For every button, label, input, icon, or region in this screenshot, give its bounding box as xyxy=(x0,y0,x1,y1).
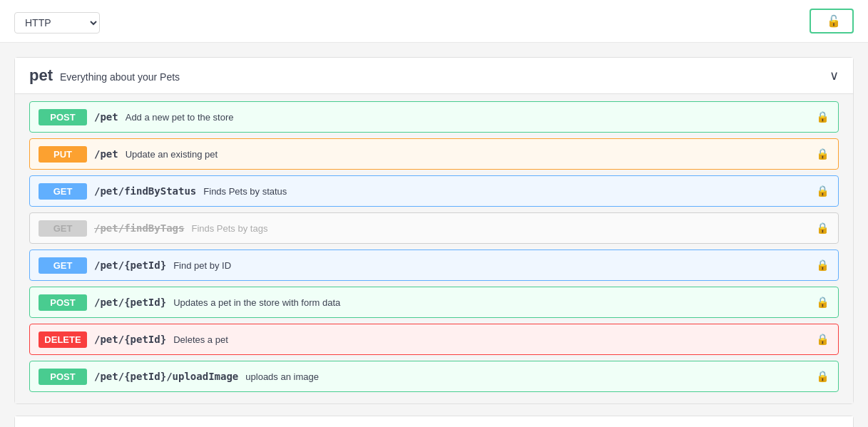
endpoints-list-pet: POST /pet Add a new pet to the store 🔒 P… xyxy=(15,94,853,403)
api-section-pet: pet Everything about your Pets ∨ POST /p… xyxy=(14,57,854,404)
endpoint-lock-icon: 🔒 xyxy=(816,333,829,346)
section-chevron: ∨ xyxy=(829,68,839,83)
endpoint-left: PUT /pet Update an existing pet xyxy=(39,146,810,163)
endpoint-summary: uploads an image xyxy=(245,371,319,382)
method-badge: GET xyxy=(39,183,87,200)
schemes-select[interactable]: HTTP HTTPS xyxy=(14,12,100,34)
endpoint-left: POST /pet Add a new pet to the store xyxy=(39,109,810,125)
endpoint-path: /pet/findByTags xyxy=(94,222,184,234)
endpoint-row[interactable]: GET /pet/findByStatus Finds Pets by stat… xyxy=(29,175,839,207)
endpoint-path: /pet/{petId} xyxy=(94,334,166,345)
endpoint-left: DELETE /pet/{petId} Deletes a pet xyxy=(39,331,810,348)
endpoint-lock-icon: 🔒 xyxy=(816,222,829,235)
main-content: pet Everything about your Pets ∨ POST /p… xyxy=(0,43,868,427)
method-badge: POST xyxy=(39,294,87,311)
section-name: pet xyxy=(29,66,53,85)
endpoint-lock-icon: 🔒 xyxy=(816,296,829,309)
endpoint-left: POST /pet/{petId}/uploadImage uploads an… xyxy=(39,369,810,385)
endpoint-path: /pet xyxy=(94,111,118,123)
endpoint-lock-icon: 🔒 xyxy=(816,259,829,272)
endpoint-row[interactable]: POST /pet Add a new pet to the store 🔒 xyxy=(29,101,839,133)
endpoint-lock-icon: 🔒 xyxy=(816,185,829,197)
endpoint-summary: Deletes a pet xyxy=(173,334,228,345)
endpoint-lock-icon: 🔒 xyxy=(816,110,829,123)
method-badge: GET xyxy=(39,220,87,237)
api-section-store: store Access to Petstore orders ∨ xyxy=(14,416,854,427)
method-badge: DELETE xyxy=(39,331,87,348)
section-header-pet[interactable]: pet Everything about your Pets ∨ xyxy=(15,58,853,94)
endpoint-left: POST /pet/{petId} Updates a pet in the s… xyxy=(39,294,810,311)
endpoint-path: /pet xyxy=(94,148,118,160)
endpoint-summary: Add a new pet to the store xyxy=(126,112,234,123)
section-title-group: pet Everything about your Pets xyxy=(29,66,180,85)
endpoint-path: /pet/{petId} xyxy=(94,297,166,308)
endpoint-row[interactable]: POST /pet/{petId} Updates a pet in the s… xyxy=(29,287,839,318)
endpoint-path: /pet/{petId}/uploadImage xyxy=(94,371,238,382)
endpoint-left: GET /pet/findByStatus Finds Pets by stat… xyxy=(39,183,810,200)
authorize-lock-icon: 🔓 xyxy=(827,14,841,28)
section-description: Everything about your Pets xyxy=(60,71,180,83)
method-badge: GET xyxy=(39,257,87,274)
method-badge: POST xyxy=(39,369,87,385)
endpoint-summary: Finds Pets by tags xyxy=(191,223,267,234)
endpoint-summary: Updates a pet in the store with form dat… xyxy=(173,297,340,308)
endpoint-path: /pet/findByStatus xyxy=(94,185,196,197)
endpoint-row[interactable]: POST /pet/{petId}/uploadImage uploads an… xyxy=(29,361,839,392)
endpoint-row[interactable]: PUT /pet Update an existing pet 🔒 xyxy=(29,138,839,170)
endpoint-lock-icon: 🔒 xyxy=(816,370,829,383)
schemes-section: HTTP HTTPS xyxy=(14,9,100,34)
authorize-button[interactable]: 🔓 xyxy=(810,9,854,34)
section-header-store[interactable]: store Access to Petstore orders ∨ xyxy=(15,416,853,427)
endpoint-row[interactable]: DELETE /pet/{petId} Deletes a pet 🔒 xyxy=(29,324,839,355)
endpoint-lock-icon: 🔒 xyxy=(816,148,829,160)
top-bar: HTTP HTTPS 🔓 xyxy=(0,0,868,43)
endpoint-row[interactable]: GET /pet/{petId} Find pet by ID 🔒 xyxy=(29,249,839,281)
endpoint-summary: Update an existing pet xyxy=(126,149,218,160)
method-badge: PUT xyxy=(39,146,87,163)
endpoint-left: GET /pet/{petId} Find pet by ID xyxy=(39,257,810,274)
method-badge: POST xyxy=(39,109,87,125)
endpoint-row[interactable]: GET /pet/findByTags Finds Pets by tags 🔒 xyxy=(29,212,839,244)
endpoint-left: GET /pet/findByTags Finds Pets by tags xyxy=(39,220,810,237)
endpoint-path: /pet/{petId} xyxy=(94,259,166,271)
endpoint-summary: Finds Pets by status xyxy=(203,186,287,197)
endpoint-summary: Find pet by ID xyxy=(173,260,231,271)
sections-container: pet Everything about your Pets ∨ POST /p… xyxy=(14,57,854,427)
